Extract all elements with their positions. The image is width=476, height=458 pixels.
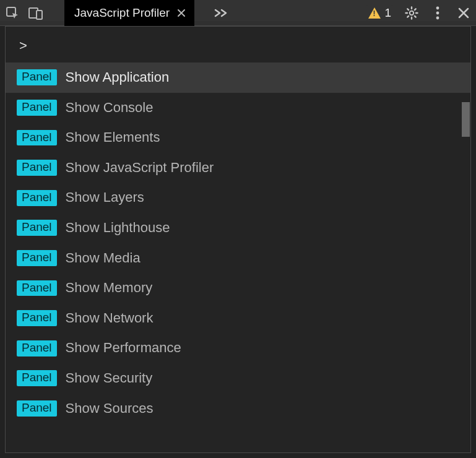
command-badge: Panel xyxy=(17,340,57,356)
command-badge: Panel xyxy=(17,220,57,236)
command-item[interactable]: PanelShow Layers xyxy=(6,183,470,213)
active-tab[interactable]: JavaScript Profiler xyxy=(64,0,194,26)
command-badge: Panel xyxy=(17,100,57,116)
command-badge: Panel xyxy=(17,130,57,146)
command-label: Show Network xyxy=(66,309,154,327)
command-menu: > PanelShow ApplicationPanelShow Console… xyxy=(5,26,471,453)
command-badge: Panel xyxy=(17,190,57,206)
command-label: Show Media xyxy=(66,249,141,267)
command-item[interactable]: PanelShow Media xyxy=(6,243,470,274)
command-badge: Panel xyxy=(17,280,57,296)
command-badge: Panel xyxy=(17,250,57,266)
command-label: Show JavaScript Profiler xyxy=(66,159,214,177)
command-label: Show Lighthouse xyxy=(66,219,170,237)
command-label: Show Elements xyxy=(66,129,160,147)
command-item[interactable]: PanelShow Sources xyxy=(6,394,470,424)
command-label: Show Security xyxy=(66,369,153,387)
command-badge: Panel xyxy=(17,160,57,176)
command-label: Show Memory xyxy=(66,279,153,297)
command-label: Show Performance xyxy=(66,339,181,357)
warning-count: 1 xyxy=(384,6,391,20)
svg-point-3 xyxy=(410,11,413,14)
command-prompt: > xyxy=(19,38,27,53)
devtools-toolbar: JavaScript Profiler 1 xyxy=(0,0,476,26)
svg-point-6 xyxy=(436,16,439,19)
device-toggle-icon[interactable] xyxy=(28,6,43,20)
scrollbar-thumb[interactable] xyxy=(462,102,470,137)
toolbar-right: 1 xyxy=(366,5,471,21)
inspect-icon[interactable] xyxy=(5,6,20,20)
command-label: Show Sources xyxy=(66,400,154,418)
close-tab-icon[interactable] xyxy=(176,7,187,19)
settings-icon[interactable] xyxy=(404,6,419,20)
command-badge: Panel xyxy=(17,310,57,326)
command-label: Show Application xyxy=(66,69,170,87)
command-item[interactable]: PanelShow JavaScript Profiler xyxy=(6,153,470,183)
command-item[interactable]: PanelShow Console xyxy=(6,93,470,123)
command-item[interactable]: PanelShow Performance xyxy=(6,333,470,363)
command-label: Show Console xyxy=(66,99,154,117)
warning-badge[interactable]: 1 xyxy=(366,5,393,21)
command-list: PanelShow ApplicationPanelShow ConsolePa… xyxy=(6,63,470,452)
command-item[interactable]: PanelShow Lighthouse xyxy=(6,213,470,243)
command-item[interactable]: PanelShow Memory xyxy=(6,273,470,303)
command-item[interactable]: PanelShow Elements xyxy=(6,123,470,153)
command-item[interactable]: PanelShow Security xyxy=(6,363,470,394)
command-input[interactable]: > xyxy=(6,27,470,63)
toolbar-left: JavaScript Profiler xyxy=(5,0,229,26)
command-badge: Panel xyxy=(17,400,57,417)
svg-rect-2 xyxy=(37,11,42,19)
kebab-menu-icon[interactable] xyxy=(430,6,445,20)
close-devtools-icon[interactable] xyxy=(456,6,471,20)
command-item[interactable]: PanelShow Application xyxy=(6,63,470,93)
more-tabs-icon[interactable] xyxy=(214,8,229,18)
command-badge: Panel xyxy=(17,370,57,386)
command-badge: Panel xyxy=(17,69,57,85)
svg-point-5 xyxy=(436,11,439,14)
svg-point-4 xyxy=(436,6,439,9)
command-label: Show Layers xyxy=(66,189,144,207)
command-item[interactable]: PanelShow Network xyxy=(6,303,470,334)
warning-icon xyxy=(368,7,381,19)
tab-label: JavaScript Profiler xyxy=(74,6,170,20)
